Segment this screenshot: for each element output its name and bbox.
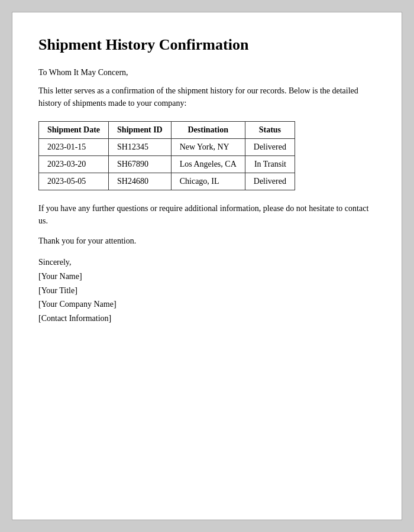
sign-off-block: Sincerely, [Your Name] [Your Title] [You…: [38, 255, 376, 326]
sign-off-line1: Sincerely,: [38, 255, 376, 270]
sign-off-line2: [Your Name]: [38, 270, 376, 284]
footer-text: If you have any further questions or req…: [38, 202, 376, 227]
table-cell-1-3: In Transit: [245, 156, 295, 173]
table-cell-0-0: 2023-01-15: [39, 139, 109, 156]
col-header-destination: Destination: [171, 122, 245, 139]
sign-off-line4: [Your Company Name]: [38, 297, 376, 312]
thank-you-text: Thank you for your attention.: [38, 236, 376, 246]
table-cell-2-3: Delivered: [245, 173, 295, 190]
col-header-id: Shipment ID: [109, 122, 172, 139]
table-row: 2023-05-05SH24680Chicago, ILDelivered: [39, 173, 295, 190]
sign-off-line5: [Contact Information]: [38, 312, 376, 326]
col-header-status: Status: [245, 122, 295, 139]
table-cell-0-2: New York, NY: [171, 139, 245, 156]
table-cell-2-0: 2023-05-05: [39, 173, 109, 190]
table-row: 2023-01-15SH12345New York, NYDelivered: [39, 139, 295, 156]
intro-text: This letter serves as a confirmation of …: [38, 85, 376, 109]
table-cell-2-1: SH24680: [109, 173, 172, 190]
table-cell-0-1: SH12345: [109, 139, 172, 156]
table-row: 2023-03-20SH67890Los Angeles, CAIn Trans…: [39, 156, 295, 173]
salutation-text: To Whom It May Concern,: [38, 68, 376, 77]
table-cell-2-2: Chicago, IL: [171, 173, 245, 190]
document-title: Shipment History Confirmation: [38, 36, 376, 54]
col-header-date: Shipment Date: [39, 122, 109, 139]
table-header-row: Shipment Date Shipment ID Destination St…: [39, 122, 295, 139]
table-cell-0-3: Delivered: [245, 139, 295, 156]
table-cell-1-0: 2023-03-20: [39, 156, 109, 173]
shipment-table: Shipment Date Shipment ID Destination St…: [38, 121, 295, 190]
sign-off-line3: [Your Title]: [38, 284, 376, 298]
table-cell-1-1: SH67890: [109, 156, 172, 173]
table-cell-1-2: Los Angeles, CA: [171, 156, 245, 173]
document-page: Shipment History Confirmation To Whom It…: [12, 12, 402, 520]
